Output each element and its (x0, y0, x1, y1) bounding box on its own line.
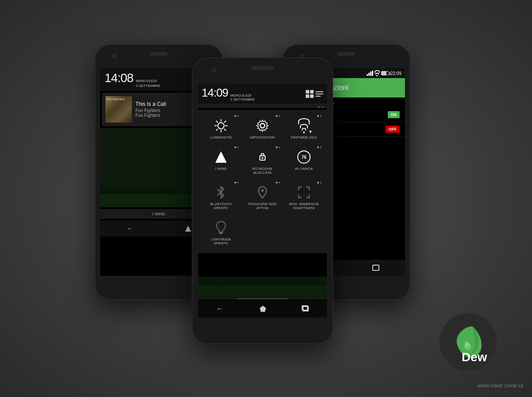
qs-grid: LUMINOSITÀ IMPOSTAZIONI (202, 114, 323, 249)
qs-tile-battery[interactable]: 76 IN CARICA (285, 146, 323, 178)
brightness-label: LUMINOSITÀ (210, 135, 232, 139)
location-icon (255, 184, 270, 200)
center-phone-screen: 14:09 MERCOLEDÌ 3 SETTEMBRE (198, 84, 327, 318)
right-time: 22:09 (390, 71, 401, 76)
settings-tile-label: IMPOSTAZIONI (250, 135, 275, 139)
dew-logo: Dew (439, 313, 497, 371)
wifi-tile-label: FASTWEB-2013 (291, 135, 317, 139)
right-phone-speaker (337, 52, 355, 56)
notif-album: Foo Fighters (135, 113, 199, 118)
center-date: 3 SETTEMBRE (230, 97, 255, 101)
center-statusbar: 14:09 MERCOLEDÌ 3 SETTEMBRE (198, 84, 327, 104)
svg-point-12 (261, 189, 264, 192)
center-nav-bar: ← (198, 300, 327, 318)
rotation-label: ROTAZIONE BLOCCATA (252, 167, 273, 175)
wifi-qs-icon: ▾ (296, 118, 312, 134)
immersive-label: MOD. IMMERSIVA DISATTIVATA (289, 202, 318, 210)
qs-tile-settings[interactable]: IMPOSTAZIONI (243, 114, 282, 143)
qs-tile-wifi[interactable]: ▾ FASTWEB-2013 (285, 114, 323, 143)
qs-tile-lightbulb[interactable]: LIGHTBULB SPENTO (202, 216, 240, 249)
bluetooth-icon (213, 184, 229, 200)
rotation-icon (255, 149, 270, 165)
brightness-icon (213, 118, 229, 134)
battery-qs-icon: 76 (296, 149, 312, 165)
center-wallpaper (198, 277, 327, 299)
center-day: MERCOLEDÌ (230, 94, 255, 97)
notification-text: This Is a Call Foo Fighters Foo Fighters (135, 101, 199, 118)
left-date: 3 SETTEMBRE (136, 83, 161, 88)
wifi-icon (375, 70, 380, 76)
credits: Icons Used: Circle UI (478, 383, 523, 388)
center-recents-button[interactable] (303, 306, 309, 311)
right-recents-icon[interactable] (372, 265, 379, 271)
center-phone-speaker (251, 66, 273, 70)
notif-artist: Foo Fighters (135, 108, 199, 113)
battery-icon (381, 71, 389, 75)
bluetooth-label: BLUETOOTH SPENTO (210, 202, 232, 210)
qs-tile-bluetooth[interactable]: BLUETOOTH SPENTO (202, 181, 240, 213)
svg-line-8 (216, 129, 217, 131)
svg-line-7 (225, 121, 226, 122)
svg-point-9 (260, 124, 265, 128)
wifi-toggle[interactable]: ON (388, 111, 400, 118)
settings-icon (255, 118, 270, 134)
center-list-icon (315, 91, 323, 97)
battery-tile-label: IN CARICA (295, 167, 313, 171)
notif-title: This Is a Call (135, 101, 199, 107)
signal-tile-label: I WIND (215, 167, 227, 171)
center-grid-icon (306, 90, 314, 98)
signal-icon (367, 71, 373, 76)
qs-tile-immersive[interactable]: MOD. IMMERSIVA DISATTIVATA (285, 181, 323, 213)
qs-tile-signal[interactable]: I WIND (202, 146, 240, 178)
quick-settings-panel: LUMINOSITÀ IMPOSTAZIONI (198, 110, 327, 253)
left-phone-speaker (150, 52, 168, 56)
dew-circle: Dew (439, 313, 497, 371)
qs-header (198, 104, 327, 108)
center-time: 14:09 (202, 86, 228, 100)
left-day: MERCOLEDÌ (136, 79, 161, 83)
svg-point-0 (218, 123, 224, 129)
svg-line-6 (225, 129, 226, 131)
signal-qs-icon (213, 149, 229, 165)
left-phone-camera (112, 54, 117, 58)
lightbulb-icon (213, 220, 229, 236)
center-phone-camera (212, 68, 217, 72)
center-back-button[interactable]: ← (216, 305, 223, 313)
qs-tile-brightness[interactable]: LUMINOSITÀ (202, 114, 240, 143)
center-status-right (306, 90, 323, 98)
album-art (105, 96, 132, 123)
svg-point-11 (262, 157, 263, 159)
svg-line-5 (216, 121, 217, 122)
right-status-icons: 22:09 (367, 70, 401, 76)
left-time: 14:08 (105, 71, 133, 85)
left-home-button[interactable] (185, 225, 191, 232)
immersive-icon (296, 184, 312, 200)
second-toggle[interactable]: OFF (386, 126, 400, 133)
qs-tile-rotation[interactable]: ROTAZIONE BLOCCATA (243, 146, 282, 178)
location-label: POSIZIONE NON ATTIVA (248, 202, 277, 210)
lightbulb-label: LIGHTBULB SPENTO (211, 237, 231, 245)
qs-tile-location[interactable]: POSIZIONE NON ATTIVA (243, 181, 282, 213)
center-phone: 14:09 MERCOLEDÌ 3 SETTEMBRE (192, 57, 333, 344)
left-back-button[interactable]: ← (127, 225, 133, 232)
dew-text: Dew (461, 350, 487, 364)
center-home-button[interactable] (260, 306, 266, 312)
